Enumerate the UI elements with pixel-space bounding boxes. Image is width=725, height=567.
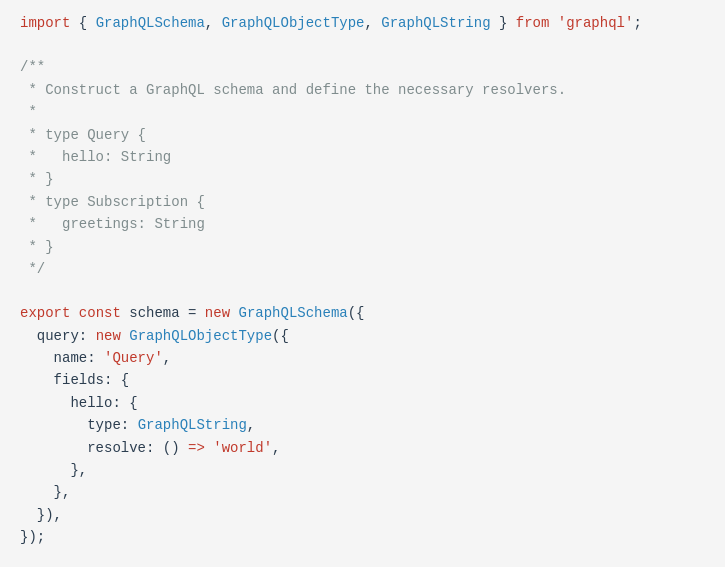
- code-token: ,: [163, 347, 171, 369]
- code-token: ,: [365, 12, 382, 34]
- code-token: GraphQLString: [381, 12, 490, 34]
- code-line: * greetings: String: [20, 213, 705, 235]
- code-token: [70, 302, 78, 324]
- code-line: });: [20, 526, 705, 548]
- code-token: [121, 325, 129, 347]
- code-token: * hello: String: [20, 146, 171, 168]
- code-token: }),: [20, 504, 62, 526]
- code-token: type:: [20, 414, 138, 436]
- code-line: query: new GraphQLObjectType({: [20, 325, 705, 347]
- code-token: },: [20, 459, 87, 481]
- code-token: =>: [188, 437, 205, 459]
- code-token: ;: [633, 12, 641, 34]
- code-token: * type Subscription {: [20, 191, 205, 213]
- code-line: type: GraphQLString,: [20, 414, 705, 436]
- code-token: 'Query': [104, 347, 163, 369]
- code-token: schema =: [121, 302, 205, 324]
- code-line: hello: {: [20, 392, 705, 414]
- code-token: {: [70, 12, 95, 34]
- code-line: */: [20, 258, 705, 280]
- code-line: *: [20, 101, 705, 123]
- code-token: ,: [247, 414, 255, 436]
- code-line: * hello: String: [20, 146, 705, 168]
- code-token: name:: [20, 347, 104, 369]
- code-line: },: [20, 481, 705, 503]
- code-line: resolve: () => 'world',: [20, 437, 705, 459]
- code-token: ({: [272, 325, 289, 347]
- code-token: }: [491, 12, 516, 34]
- code-token: query:: [20, 325, 96, 347]
- code-line: fields: {: [20, 369, 705, 391]
- code-token: import: [20, 12, 70, 34]
- code-token: const: [79, 302, 121, 324]
- code-token: },: [20, 481, 70, 503]
- code-token: GraphQLString: [138, 414, 247, 436]
- code-token: ,: [205, 12, 222, 34]
- code-line: },: [20, 459, 705, 481]
- code-token: ,: [272, 437, 280, 459]
- code-token: [230, 302, 238, 324]
- code-line: * type Subscription {: [20, 191, 705, 213]
- code-token: /**: [20, 56, 45, 78]
- code-token: GraphQLObjectType: [129, 325, 272, 347]
- code-line: [20, 34, 705, 56]
- code-line: * }: [20, 236, 705, 258]
- code-token: GraphQLObjectType: [222, 12, 365, 34]
- code-token: GraphQLSchema: [238, 302, 347, 324]
- code-token: hello: {: [20, 392, 138, 414]
- code-line: [20, 280, 705, 302]
- code-token: new: [96, 325, 121, 347]
- code-line: }),: [20, 504, 705, 526]
- code-token: GraphQLSchema: [96, 12, 205, 34]
- code-token: resolve: (): [20, 437, 188, 459]
- code-line: * }: [20, 168, 705, 190]
- code-token: });: [20, 526, 45, 548]
- code-line: * type Query {: [20, 124, 705, 146]
- code-token: [549, 12, 557, 34]
- code-line: * Construct a GraphQL schema and define …: [20, 79, 705, 101]
- code-line: /**: [20, 56, 705, 78]
- code-token: fields: {: [20, 369, 129, 391]
- code-token: */: [20, 258, 45, 280]
- code-token: [205, 437, 213, 459]
- code-token: * }: [20, 168, 54, 190]
- code-line: name: 'Query',: [20, 347, 705, 369]
- code-token: ({: [348, 302, 365, 324]
- code-token: export: [20, 302, 70, 324]
- code-token: * }: [20, 236, 54, 258]
- code-token: new: [205, 302, 230, 324]
- code-editor: import { GraphQLSchema, GraphQLObjectTyp…: [0, 0, 725, 567]
- code-token: 'graphql': [558, 12, 634, 34]
- code-token: * greetings: String: [20, 213, 205, 235]
- code-token: * Construct a GraphQL schema and define …: [20, 79, 566, 101]
- code-line: export const schema = new GraphQLSchema(…: [20, 302, 705, 324]
- code-token: *: [20, 101, 37, 123]
- code-token: * type Query {: [20, 124, 146, 146]
- code-token: from: [516, 12, 550, 34]
- code-token: 'world': [213, 437, 272, 459]
- code-line: import { GraphQLSchema, GraphQLObjectTyp…: [20, 12, 705, 34]
